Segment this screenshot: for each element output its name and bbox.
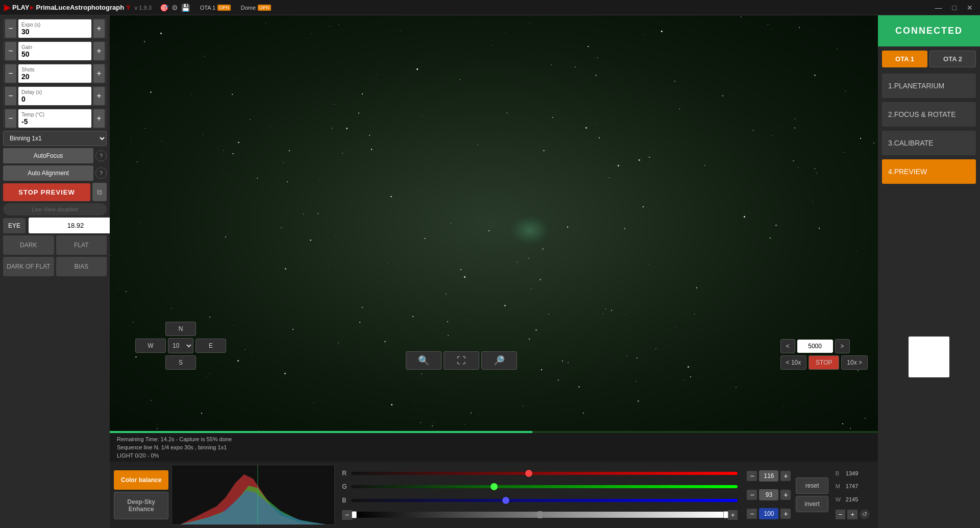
expo-plus-button[interactable]: + bbox=[93, 19, 105, 38]
b-value-row: − 100 + bbox=[747, 508, 791, 519]
invert-button[interactable]: invert bbox=[796, 496, 828, 512]
temp-minus-button[interactable]: − bbox=[5, 109, 16, 128]
eye-value-input[interactable] bbox=[29, 218, 110, 233]
zoom-value-input[interactable] bbox=[797, 340, 833, 353]
auto-alignment-row: Auto Alignment ? bbox=[3, 165, 107, 181]
north-button[interactable]: N bbox=[165, 322, 196, 336]
autofocus-help-button[interactable]: ? bbox=[95, 150, 107, 161]
zoom-next-button[interactable]: > bbox=[835, 339, 850, 353]
close-button[interactable]: ✕ bbox=[964, 3, 976, 13]
g-value-minus-button[interactable]: − bbox=[747, 490, 757, 500]
capture-progress-bar bbox=[110, 431, 878, 433]
fullscreen-button[interactable]: ⛶ bbox=[444, 351, 479, 370]
zoom-stop-button[interactable]: STOP bbox=[808, 355, 839, 370]
south-button[interactable]: S bbox=[165, 355, 196, 370]
nav-value-select[interactable]: 10 5 20 bbox=[168, 338, 193, 353]
target-icon[interactable]: 🎯 bbox=[160, 4, 168, 12]
r-value-minus-button[interactable]: − bbox=[747, 471, 757, 481]
save-icon[interactable]: 💾 bbox=[181, 4, 190, 12]
bias-button[interactable]: BIAS bbox=[56, 257, 107, 276]
maximize-button[interactable]: □ bbox=[949, 3, 960, 13]
connected-badge: CONNECTED bbox=[878, 15, 980, 46]
delay-plus-button[interactable]: + bbox=[93, 87, 105, 105]
temp-label: Temp (°C) bbox=[21, 112, 88, 117]
red-slider-track[interactable] bbox=[351, 472, 738, 475]
tone-minus-button[interactable]: − bbox=[342, 510, 352, 520]
w-stat-label: W bbox=[836, 496, 844, 502]
zoom-out-button[interactable]: 🔍 bbox=[481, 351, 517, 370]
tone-mid-marker[interactable] bbox=[537, 511, 543, 518]
zoom-in-button[interactable]: 🔍 bbox=[406, 351, 442, 370]
stats-plus-button[interactable]: + bbox=[847, 510, 857, 519]
autofocus-button[interactable]: AutoFocus bbox=[3, 148, 93, 163]
histogram bbox=[172, 465, 335, 525]
temp-plus-button[interactable]: + bbox=[93, 109, 105, 128]
expo-param-row: − Expo (s) 30 + bbox=[3, 18, 107, 39]
app-version: v 1.9.3 bbox=[135, 5, 152, 11]
toolbar-icons: 🎯 ⚙ 💾 bbox=[160, 4, 190, 12]
tone-plus-button[interactable]: + bbox=[728, 510, 738, 520]
flat-button[interactable]: FLAT bbox=[56, 235, 107, 255]
stop-preview-row: STOP PREVIEW ⧉ bbox=[3, 183, 107, 201]
dark-of-flat-button[interactable]: DARK OF FLAT bbox=[3, 257, 54, 276]
copy-button[interactable]: ⧉ bbox=[92, 183, 107, 201]
b-value-minus-button[interactable]: − bbox=[747, 509, 757, 519]
reset-button[interactable]: reset bbox=[796, 477, 828, 494]
ota1-group: OTA 1 OPN bbox=[200, 5, 231, 11]
menu-item-focus-rotate[interactable]: 2.FOCUS & ROTATE bbox=[882, 102, 976, 127]
ota1-select-button[interactable]: OTA 1 bbox=[882, 51, 927, 67]
live-view-toggle[interactable]: Live View disabled bbox=[3, 203, 107, 215]
zoom-more10-button[interactable]: 10x > bbox=[841, 355, 868, 370]
east-button[interactable]: E bbox=[195, 339, 226, 353]
stats-minus-button[interactable]: − bbox=[836, 510, 846, 519]
gain-plus-button[interactable]: + bbox=[93, 42, 105, 60]
stats-refresh-button[interactable]: ↺ bbox=[860, 509, 870, 519]
delay-minus-button[interactable]: − bbox=[5, 87, 16, 105]
green-slider-thumb[interactable] bbox=[491, 483, 498, 490]
blue-slider-track[interactable] bbox=[351, 499, 738, 502]
b-stat-label: B bbox=[836, 470, 844, 476]
color-balance-label: Color balance bbox=[121, 476, 161, 484]
b-stat-row: B 1349 bbox=[836, 470, 870, 476]
tone-bar[interactable] bbox=[354, 512, 726, 518]
gain-minus-button[interactable]: − bbox=[5, 42, 16, 60]
deep-sky-enhance-button[interactable]: Deep-SkyEnhance bbox=[114, 492, 168, 519]
tone-white-marker[interactable] bbox=[723, 511, 728, 518]
tone-black-marker[interactable] bbox=[352, 511, 357, 518]
light-line: LIGHT 0/20 - 0% bbox=[114, 451, 874, 460]
west-button[interactable]: W bbox=[135, 339, 166, 353]
green-slider-track[interactable] bbox=[351, 485, 738, 488]
zoom-less10-button[interactable]: < 10x bbox=[780, 355, 807, 370]
shots-minus-button[interactable]: − bbox=[5, 64, 16, 83]
preview-thumbnail bbox=[909, 337, 949, 377]
blue-slider-thumb[interactable] bbox=[502, 497, 509, 504]
expo-minus-button[interactable]: − bbox=[5, 19, 16, 38]
dark-button[interactable]: DARK bbox=[3, 235, 54, 255]
w-stat-row: W 2145 bbox=[836, 496, 870, 502]
menu-item-preview[interactable]: 4.PREVIEW bbox=[882, 159, 976, 184]
m-stat-label: M bbox=[836, 483, 844, 489]
bottom-controls: Color balance Deep-SkyEnhance bbox=[110, 462, 878, 528]
binning-select[interactable]: Binning 1x1 Binning 2x2 Binning 3x3 bbox=[3, 131, 107, 146]
auto-alignment-help-button[interactable]: ? bbox=[95, 167, 107, 179]
play-icon: ▶ bbox=[4, 3, 10, 12]
stop-preview-button[interactable]: STOP PREVIEW bbox=[3, 183, 90, 201]
zoom-prev-button[interactable]: < bbox=[780, 339, 795, 353]
b-value-plus-button[interactable]: + bbox=[780, 509, 791, 519]
g-value-plus-button[interactable]: + bbox=[780, 490, 791, 500]
minimize-button[interactable]: — bbox=[932, 3, 945, 13]
ota2-select-button[interactable]: OTA 2 bbox=[929, 51, 976, 67]
menu-item-calibrate[interactable]: 3.CALIBRATE bbox=[882, 131, 976, 155]
sliders-icon[interactable]: ⚙ bbox=[172, 4, 178, 12]
menu-item-planetarium[interactable]: 1.PLANETARIUM bbox=[882, 74, 976, 98]
auto-alignment-button[interactable]: Auto Alignment bbox=[3, 165, 93, 181]
red-slider-thumb[interactable] bbox=[525, 470, 532, 477]
main-area: − Expo (s) 30 + − Gain 50 + − Shots 20 + bbox=[0, 15, 980, 528]
color-balance-button[interactable]: Color balance bbox=[114, 470, 168, 490]
b-slider-label: B bbox=[342, 497, 348, 504]
ota1-badge: OPN bbox=[217, 5, 231, 11]
deep-sky-label: Deep-SkyEnhance bbox=[127, 498, 155, 513]
zoom-top-row: < > bbox=[780, 339, 868, 353]
r-value-plus-button[interactable]: + bbox=[780, 471, 791, 481]
shots-plus-button[interactable]: + bbox=[93, 64, 105, 83]
